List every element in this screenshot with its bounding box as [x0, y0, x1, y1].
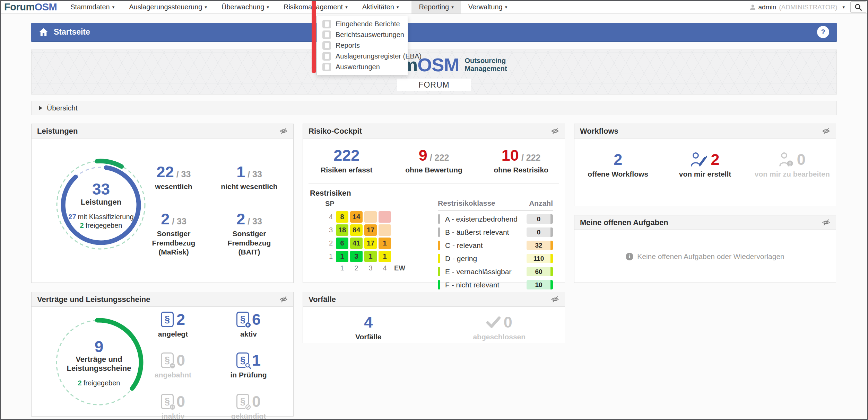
hide-widget-button[interactable]: [822, 219, 830, 226]
stat-von-mir-zu-bearbeiten: 0 von mir zu bearbeiten: [749, 152, 836, 179]
class-color-bar: [438, 280, 440, 289]
leistungen-klassifizierung-line: 27mit Klassifizierung: [68, 213, 133, 221]
speech-bubble-badge-icon: [169, 363, 176, 369]
heatmap-cell: [379, 224, 391, 236]
stat-von-mir-erstellt: 2 von mir erstellt: [661, 152, 748, 179]
panel-risiko-cockpit: Risiko-Cockpit 222 Risiken erfasst 9/ 22…: [303, 124, 565, 283]
stat-fremdbezug-bait: 2/ 33 Sonstiger Fremdbezug(BAIT): [211, 211, 287, 257]
heatmap-cell: [364, 211, 377, 223]
reports-icon: [322, 41, 331, 50]
class-color-bar: [438, 214, 440, 224]
legend-row: C - relevant 32: [438, 241, 553, 250]
contract-active-icon: §: [236, 312, 249, 327]
menu-item-auswertungen[interactable]: Auswertungen: [317, 62, 408, 72]
restrisiken-heading: Restrisiken: [303, 184, 565, 199]
magnifier-badge-icon: [245, 363, 251, 369]
home-icon: [39, 28, 48, 36]
nav-item-ueberwachung[interactable]: Überwachung▾: [214, 1, 276, 14]
stat-offene-workflows: 2 offene Workflows: [574, 152, 661, 179]
restrisiko-heatmap: SP 4 8 14 3 18 84 17: [324, 200, 405, 289]
class-color-bar: [438, 241, 440, 250]
heatmap-cell: 6: [336, 238, 348, 249]
stat-inaktiv: § 0 inaktiv: [135, 394, 211, 420]
user-role: (ADMINISTRATOR): [779, 3, 837, 11]
chevron-down-icon: ▾: [842, 5, 845, 10]
heatmap-cell: 41: [350, 238, 363, 249]
search-icon: [854, 3, 862, 11]
chevron-down-icon: ▾: [112, 5, 115, 10]
app-logo[interactable]: ForumOSM: [1, 1, 63, 14]
contract-cancelled-icon: §: [236, 394, 249, 409]
eye-slash-icon: [822, 219, 830, 226]
leistungen-freigegeben-line: 2freigegeben: [80, 222, 122, 230]
nav-item-stammdaten[interactable]: Stammdaten▾: [63, 1, 122, 14]
annotation-marker-bar: [312, 1, 316, 73]
stat-aktiv: § 6 aktiv: [211, 312, 286, 339]
eye-slash-icon: [551, 127, 559, 135]
panel-title: Risiko-Cockpit: [309, 127, 551, 136]
help-button[interactable]: [817, 26, 829, 38]
heatmap-cell: 18: [336, 224, 348, 236]
stat-wesentlich: 22/ 33 wesentlich: [136, 164, 211, 191]
nav-spacer: [514, 1, 745, 14]
stat-ohne-bewertung: 9/ 222 ohne Bewertung: [390, 148, 478, 175]
stat-risiken-erfasst: 222 Risiken erfasst: [303, 148, 390, 175]
panel-title: Meine offenen Aufgaben: [580, 218, 822, 227]
menu-item-berichtsauswertungen[interactable]: Berichtsauswertungen: [317, 29, 408, 40]
menu-item-eingehende-berichte[interactable]: Eingehende Berichte: [317, 19, 408, 29]
contract-inactive-icon: §: [161, 394, 174, 409]
hide-widget-button[interactable]: [279, 127, 288, 135]
leistungen-total: 33: [92, 181, 110, 197]
count-badge: 60: [527, 267, 553, 276]
menu-item-reports[interactable]: Reports: [317, 40, 408, 51]
vertraege-total: 9: [95, 338, 104, 355]
user-edit-icon: [691, 152, 708, 167]
legend-row: B - äußerst relevant 0: [438, 227, 553, 237]
legend-row: E - vernachlässigbar 60: [438, 267, 553, 276]
chevron-down-icon: ▾: [267, 5, 269, 10]
panel-title: Vorfälle: [309, 295, 551, 304]
nav-item-aktivitaeten[interactable]: Aktivitäten▾: [355, 1, 406, 14]
hide-widget-button[interactable]: [551, 296, 559, 303]
search-button[interactable]: [850, 1, 866, 13]
panel-title: Leistungen: [37, 127, 279, 136]
count-badge: 0: [527, 227, 553, 237]
empty-state-message: Keine offenen Aufgaben oder Wiedervorlag…: [574, 230, 836, 283]
app-logo-part1: Forum: [4, 1, 35, 13]
panel-title: Verträge und Leistungsscheine: [37, 295, 279, 304]
page-title-bar: Startseite: [31, 23, 837, 42]
hide-widget-button[interactable]: [551, 127, 559, 135]
heatmap-cell: 17: [364, 238, 377, 249]
eye-slash-icon: [279, 127, 288, 135]
panel-meine-offenen-aufgaben: Meine offenen Aufgaben Keine offenen Auf…: [574, 215, 836, 283]
heatmap-cell: [379, 211, 391, 223]
class-color-bar: [438, 267, 440, 276]
panel-vorfaelle: Vorfälle 4 Vorfälle 0 abgeschlossen: [303, 292, 565, 343]
stat-nicht-wesentlich: 1/ 33 nicht wesentlich: [211, 164, 287, 191]
check-icon: [486, 316, 501, 328]
stat-ohne-restrisiko: 10/ 222 ohne Restrisiko: [477, 148, 565, 175]
user-icon: [750, 4, 756, 10]
panel-workflows: Workflows 2 offene Workflows: [574, 124, 836, 206]
hide-widget-button[interactable]: [279, 296, 288, 303]
stat-fremdbezug-marisk: 2/ 33 Sonstiger Fremdbezug(MaRisk): [136, 211, 211, 257]
menu-item-auslagerungsregister-eba[interactable]: Auslagerungsregister (EBA): [317, 51, 408, 62]
nav-item-reporting[interactable]: Reporting▾: [411, 1, 461, 14]
legend-header-count: Anzahl: [529, 199, 553, 207]
customer-watermark: FORUM: [397, 79, 471, 91]
nav-item-verwaltung[interactable]: Verwaltung▾: [461, 1, 515, 14]
class-color-bar: [438, 254, 440, 263]
stat-abgeschlossen: 0 abgeschlossen: [434, 314, 565, 341]
user-name: admin: [758, 3, 776, 11]
hide-widget-button[interactable]: [822, 127, 830, 135]
heatmap-cell: 3: [350, 251, 363, 262]
overview-toggle[interactable]: Übersicht: [31, 101, 837, 115]
user-menu[interactable]: admin (ADMINISTRATOR) ▾: [745, 1, 850, 14]
chevron-down-icon: ▾: [205, 5, 207, 10]
heatmap-cell: 84: [350, 224, 363, 236]
stat-gekuendigt: § 0 gekündigt: [211, 394, 286, 420]
nav-item-auslagerungssteuerung[interactable]: Auslagerungssteuerung▾: [122, 1, 214, 14]
pause-badge-icon: [169, 404, 176, 410]
heatmap-y-axis-label: SP: [325, 200, 405, 208]
heatmap-cell: 17: [364, 224, 377, 236]
